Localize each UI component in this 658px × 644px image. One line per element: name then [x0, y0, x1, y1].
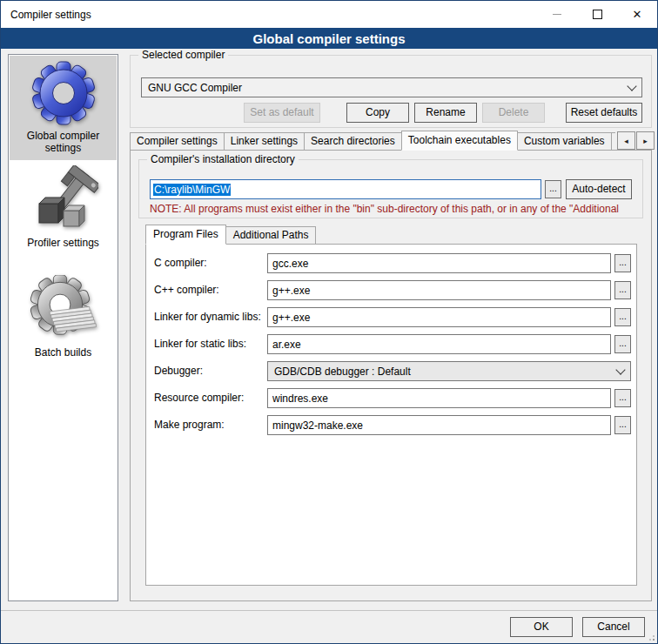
field-row-c-compiler: C compiler: ...: [146, 253, 638, 273]
sidebar-item-profiler-settings[interactable]: Profiler settings: [10, 163, 117, 260]
rename-button[interactable]: Rename: [414, 103, 477, 123]
debugger-select[interactable]: GDB/CDB debugger : Default: [267, 361, 631, 381]
blue-gear-icon: [29, 58, 98, 130]
sidebar-item-batch-builds[interactable]: Batch builds: [10, 272, 117, 365]
installation-directory-group: Compiler's installation directory C:\ray…: [138, 159, 643, 218]
window-title: Compiler settings: [1, 9, 91, 21]
arrow-left-icon: ◂: [624, 137, 628, 145]
c-compiler-label: C compiler:: [154, 253, 207, 273]
linker-static-browse-button[interactable]: ...: [614, 335, 631, 353]
tab-build-options-truncated[interactable]: Builc: [611, 132, 615, 151]
copy-button[interactable]: Copy: [346, 103, 409, 123]
linker-dynamic-input[interactable]: [267, 307, 611, 327]
linker-static-input[interactable]: [267, 334, 611, 354]
tab-search-directories[interactable]: Search directories: [304, 132, 402, 151]
compiler-select[interactable]: GNU GCC Compiler: [141, 77, 642, 97]
cpp-compiler-label: C++ compiler:: [154, 280, 219, 300]
batch-builds-gear-icon: [29, 275, 98, 346]
set-as-default-button[interactable]: Set as default: [244, 103, 320, 123]
close-icon: ✕: [633, 9, 642, 20]
sidebar-item-label: Batch builds: [10, 346, 117, 359]
cpp-compiler-browse-button[interactable]: ...: [614, 281, 631, 299]
maximize-icon: [593, 10, 602, 19]
selected-compiler-legend: Selected compiler: [138, 49, 228, 61]
titlebar-buttons: ✕: [537, 1, 657, 28]
resize-grip[interactable]: [647, 633, 655, 641]
minimize-icon: [553, 14, 561, 15]
dialog-banner-title: Global compiler settings: [252, 31, 405, 46]
compiler-tabs: Compiler settings Linker settings Search…: [130, 131, 615, 151]
tab-toolchain-executables[interactable]: Toolchain executables: [401, 131, 518, 151]
tab-scroll-left-button[interactable]: ◂: [617, 131, 635, 150]
field-row-linker-static: Linker for static libs: ...: [146, 334, 638, 354]
settings-category-list: Global compiler settings Profiler settin…: [8, 54, 118, 601]
tab-linker-settings[interactable]: Linker settings: [224, 132, 305, 151]
tab-custom-variables[interactable]: Custom variables: [517, 132, 612, 151]
maximize-button[interactable]: [577, 1, 617, 28]
cpp-compiler-input[interactable]: [267, 280, 611, 300]
sidebar-item-label: Global compiler settings: [10, 130, 117, 155]
program-files-tabs: Program Files Additional Paths: [145, 225, 315, 245]
field-row-cpp-compiler: C++ compiler: ...: [146, 280, 638, 300]
cancel-button[interactable]: Cancel: [582, 617, 645, 637]
c-compiler-browse-button[interactable]: ...: [614, 254, 631, 272]
field-row-debugger: Debugger: GDB/CDB debugger : Default: [146, 361, 638, 381]
titlebar[interactable]: Compiler settings ✕: [1, 1, 657, 28]
tab-scroll-buttons: ◂ ▸: [616, 131, 655, 150]
footer-divider: [1, 610, 658, 611]
sidebar-item-label: Profiler settings: [10, 237, 117, 249]
bin-subdirectory-note: NOTE: All programs must exist either in …: [150, 203, 637, 215]
auto-detect-button[interactable]: Auto-detect: [566, 179, 632, 199]
arrow-right-icon: ▸: [643, 137, 648, 145]
linker-dynamic-label: Linker for dynamic libs:: [154, 307, 261, 327]
c-compiler-input[interactable]: [267, 253, 611, 273]
tab-scroll-right-button[interactable]: ▸: [636, 131, 655, 150]
tab-program-files[interactable]: Program Files: [145, 225, 226, 245]
field-row-resource-compiler: Resource compiler: ...: [146, 388, 638, 408]
debugger-select-value: GDB/CDB debugger : Default: [274, 366, 411, 378]
installation-directory-input[interactable]: C:\raylib\MinGW: [150, 179, 541, 199]
debugger-label: Debugger:: [154, 361, 203, 381]
resource-compiler-input[interactable]: [267, 388, 611, 408]
compiler-select-value: GNU GCC Compiler: [148, 82, 242, 94]
browse-directory-button[interactable]: ...: [545, 180, 561, 198]
tab-additional-paths[interactable]: Additional Paths: [225, 226, 317, 245]
make-program-label: Make program:: [154, 415, 225, 435]
make-program-browse-button[interactable]: ...: [614, 416, 631, 434]
delete-button[interactable]: Delete: [482, 103, 545, 123]
profiler-caliper-icon: [29, 165, 98, 237]
sidebar-item-global-compiler-settings[interactable]: Global compiler settings: [10, 56, 117, 160]
resource-compiler-label: Resource compiler:: [154, 388, 244, 408]
ok-button[interactable]: OK: [510, 617, 573, 637]
dialog-banner: Global compiler settings: [1, 28, 657, 49]
linker-static-label: Linker for static libs:: [154, 334, 246, 354]
field-row-make-program: Make program: ...: [146, 415, 638, 435]
reset-defaults-button[interactable]: Reset defaults: [566, 103, 642, 123]
selected-compiler-group: Selected compiler GNU GCC Compiler Set a…: [130, 55, 652, 128]
resource-compiler-browse-button[interactable]: ...: [614, 389, 631, 407]
close-button[interactable]: ✕: [617, 1, 657, 28]
installation-directory-legend: Compiler's installation directory: [147, 153, 299, 165]
linker-dynamic-browse-button[interactable]: ...: [614, 308, 631, 326]
tab-compiler-settings[interactable]: Compiler settings: [130, 132, 225, 151]
minimize-button[interactable]: [537, 1, 577, 28]
field-row-linker-dynamic: Linker for dynamic libs: ...: [146, 307, 638, 327]
chevron-down-icon: [627, 81, 636, 91]
chevron-down-icon: [615, 365, 625, 374]
installation-directory-value: C:\raylib\MinGW: [153, 184, 231, 196]
make-program-input[interactable]: [267, 415, 611, 435]
compiler-settings-window: Compiler settings ✕ Global compiler sett…: [0, 0, 658, 644]
program-files-page: C compiler: ... C++ compiler: ... Linker…: [145, 244, 637, 586]
